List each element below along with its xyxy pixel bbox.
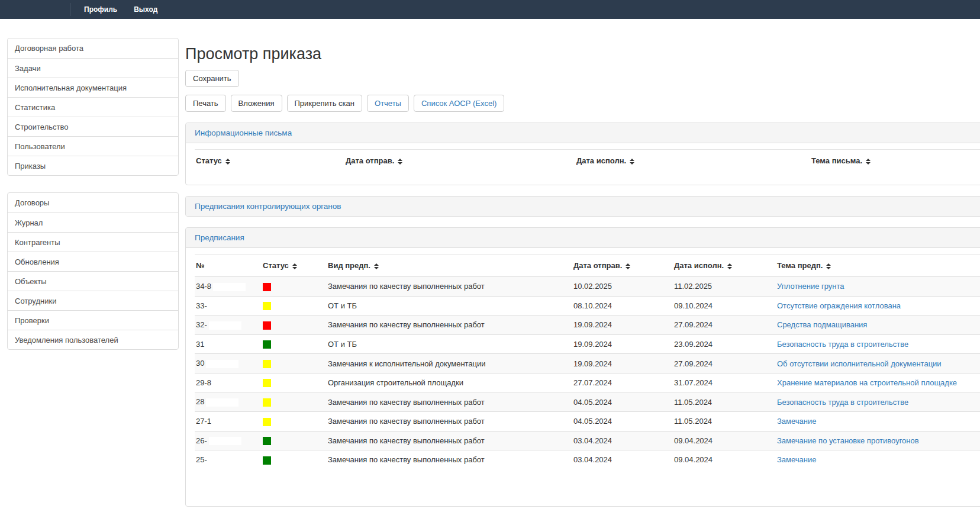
sidebar-item-objects[interactable]: Объекты (8, 271, 178, 291)
nav-link-profile[interactable]: Профиль (76, 0, 125, 19)
redaction-box (206, 360, 238, 368)
presc-type: ОТ и ТБ (327, 334, 572, 354)
sidebar-item-contract-work[interactable]: Договорная работа (8, 38, 178, 58)
panel-prescriptions-heading: Предписания (186, 228, 980, 248)
theme-link[interactable]: Замечание (777, 455, 817, 464)
letters-table: Статус Дата отправ. Дата исполн. Тема пи… (195, 149, 980, 172)
sidebar-item-contracts[interactable]: Договоры (8, 193, 178, 212)
sidebar-item-employees[interactable]: Сотрудники (8, 291, 178, 310)
presc-date-sent: 08.10.2024 (572, 296, 673, 315)
presc-status-cell (262, 450, 327, 469)
panel-inspections-title[interactable]: Предписания контролирующих органов (195, 202, 341, 211)
page-title: Просмотр приказа (185, 44, 980, 64)
presc-col-date-done[interactable]: Дата исполн. (673, 255, 776, 277)
panel-prescriptions: Предписания № Статус Вид предп. Дата отп… (185, 227, 980, 507)
sidebar-item-tasks[interactable]: Задачи (8, 58, 178, 78)
sidebar-item-journal[interactable]: Журнал (8, 212, 178, 232)
redaction-box (209, 321, 241, 330)
sidebar-item-statistics[interactable]: Статистика (8, 97, 178, 117)
theme-link[interactable]: Уплотнение грунта (777, 282, 844, 291)
presc-number: 34-8 (195, 277, 262, 297)
sidebar-item-updates[interactable]: Обновления (8, 252, 178, 271)
status-square (263, 398, 271, 407)
presc-date-sent: 03.04.2024 (572, 431, 673, 450)
letters-col-theme[interactable]: Тема письма. (810, 150, 980, 172)
presc-date-done: 27.09.2024 (673, 354, 776, 373)
presc-status-cell (262, 373, 327, 392)
table-row: 25- Замечания по качеству выполненных ра… (195, 450, 980, 469)
sidebar-item-user-notifications[interactable]: Уведомления пользователей (8, 330, 178, 349)
presc-col-number: № (195, 255, 262, 277)
panel-prescriptions-title[interactable]: Предписания (195, 233, 244, 242)
status-square (263, 379, 271, 387)
theme-link[interactable]: Замечание (777, 417, 817, 426)
presc-date-sent: 10.02.2025 (572, 277, 673, 297)
status-square (263, 418, 271, 426)
sidebar-item-counterparties[interactable]: Контрагенты (8, 232, 178, 252)
status-square (263, 456, 271, 465)
presc-date-sent: 04.05.2024 (572, 411, 673, 431)
letters-col-date-done[interactable]: Дата исполн. (575, 150, 810, 172)
theme-link[interactable]: Об отсутствии исполнительной документаци… (777, 359, 942, 368)
presc-date-done: 27.09.2024 (673, 315, 776, 335)
theme-link[interactable]: Безопасность труда в строительстве (777, 398, 908, 407)
presc-type: Замечания к исполнительной документации (327, 354, 572, 373)
presc-col-type[interactable]: Вид предп. (327, 255, 572, 277)
theme-link[interactable]: Безопасность труда в строительстве (777, 340, 908, 349)
aosr-excel-button[interactable]: Список АОСР (Excel) (414, 95, 504, 112)
status-square (263, 302, 271, 310)
presc-status-cell (262, 315, 327, 335)
theme-link[interactable]: Замечание по установке противоугонов (777, 436, 919, 445)
top-navbar: Профиль Выход (0, 0, 980, 19)
letters-col-date-sent[interactable]: Дата отправ. (344, 150, 575, 172)
panel-info-letters: Информационные письма Статус Дата отправ… (185, 123, 980, 185)
nav-link-logout[interactable]: Выход (125, 0, 166, 19)
table-row: 29-8 Организация строительной площадки 2… (195, 373, 980, 392)
theme-link[interactable]: Средства подмащивания (777, 320, 867, 329)
sort-icon (826, 263, 831, 269)
sidebar-item-users[interactable]: Пользователи (8, 136, 178, 156)
table-row: 34-8 Замечания по качеству выполненных р… (195, 277, 980, 297)
presc-col-theme[interactable]: Тема предп. (776, 255, 980, 277)
prescriptions-table: № Статус Вид предп. Дата отправ. Дата ис… (195, 254, 980, 469)
redaction-box (209, 302, 241, 310)
presc-date-done: 11.05.2024 (673, 392, 776, 412)
attach-scan-button[interactable]: Прикрепить скан (287, 95, 363, 112)
presc-type: Организация строительной площадки (327, 373, 572, 392)
presc-col-date-sent[interactable]: Дата отправ. (572, 255, 673, 277)
presc-number: 28 (195, 392, 262, 412)
presc-status-cell (262, 431, 327, 450)
sort-icon (727, 263, 732, 269)
redaction-box (213, 379, 246, 387)
sidebar-item-checks[interactable]: Проверки (8, 310, 178, 330)
letters-col-status[interactable]: Статус (195, 150, 344, 172)
theme-link[interactable]: Хранение материалов на строительной площ… (777, 378, 957, 387)
table-row: 33- ОТ и ТБ 08.10.2024 09.10.2024 Отсутс… (195, 296, 980, 315)
attachments-button[interactable]: Вложения (231, 95, 282, 112)
table-row: 27-1 Замечания по качеству выполненных р… (195, 411, 980, 431)
presc-number: 30 (195, 354, 262, 373)
presc-date-done: 23.09.2024 (673, 334, 776, 354)
presc-date-sent: 03.04.2024 (572, 450, 673, 469)
reports-button[interactable]: Отчеты (367, 95, 409, 112)
presc-number: 27-1 (195, 411, 262, 431)
presc-status-cell (262, 296, 327, 315)
print-button[interactable]: Печать (185, 95, 226, 112)
sidebar-item-construction[interactable]: Строительство (8, 117, 178, 136)
presc-type: Замечания по качеству выполненных работ (327, 431, 572, 450)
status-square (263, 321, 271, 330)
theme-link[interactable]: Отсутствие ограждения котлована (777, 301, 901, 310)
presc-date-sent: 04.05.2024 (572, 392, 673, 412)
save-button[interactable]: Сохранить (185, 70, 239, 87)
redaction-box (206, 398, 238, 407)
presc-date-sent: 19.09.2024 (572, 354, 673, 373)
main-content: Просмотр приказа Сохранить Печать Вложен… (185, 38, 980, 507)
panel-info-letters-title[interactable]: Информационные письма (195, 128, 292, 137)
table-row: 32- Замечания по качеству выполненных ра… (195, 315, 980, 335)
sidebar: Договорная работа Задачи Исполнительная … (7, 38, 179, 350)
navbar-divider (70, 3, 70, 16)
sidebar-item-orders[interactable]: Приказы (8, 156, 178, 175)
presc-type: ОТ и ТБ (327, 296, 572, 315)
presc-col-status[interactable]: Статус (262, 255, 327, 277)
sidebar-item-exec-docs[interactable]: Исполнительная документация (8, 78, 178, 97)
